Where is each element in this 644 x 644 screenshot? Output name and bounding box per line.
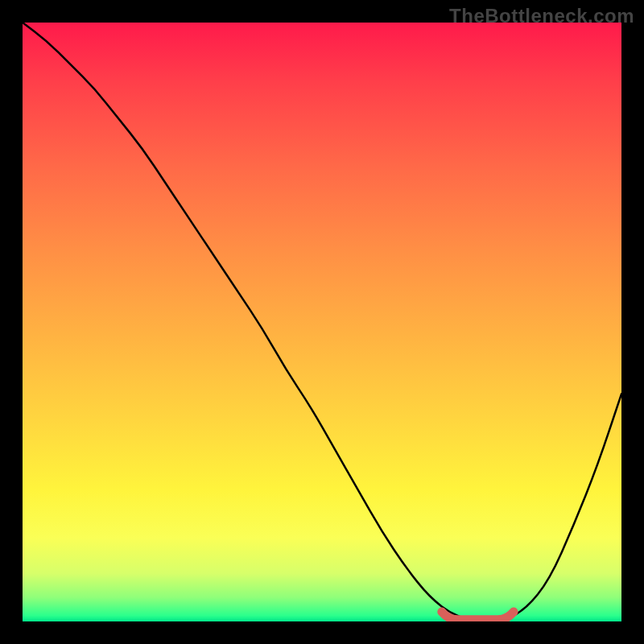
chart-frame: TheBottleneck.com (0, 0, 644, 644)
watermark-text: TheBottleneck.com (449, 5, 634, 27)
bottleneck-curve-path (23, 23, 621, 621)
plot-area (23, 23, 621, 621)
curve-layer (23, 23, 621, 621)
